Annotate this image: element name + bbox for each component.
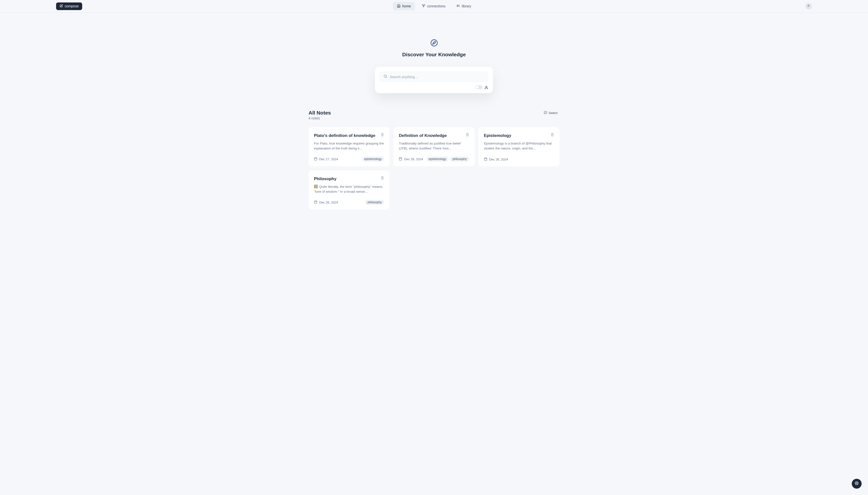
card-footer: Dec 27, 2024 epistemology <box>314 157 384 161</box>
note-excerpt: 🖼️ Quite literally, the term "philosophy… <box>314 184 384 194</box>
pencil-icon <box>60 4 63 8</box>
nav-connections-label: connections <box>427 4 445 8</box>
note-date: Dec 26, 2024 <box>314 200 338 204</box>
header-right: P <box>805 3 812 10</box>
search-input[interactable] <box>390 75 485 79</box>
note-excerpt: Epistemology is a branch of @Philosophy … <box>484 141 554 151</box>
select-label: Select <box>548 111 557 115</box>
select-button[interactable]: Select <box>542 110 559 116</box>
svg-rect-7 <box>544 111 547 114</box>
note-date-text: Dec 26, 2024 <box>404 157 423 161</box>
avatar-letter: P <box>807 4 809 8</box>
search-icon <box>383 74 387 79</box>
note-date: Dec 26, 2024 <box>399 157 423 161</box>
library-icon <box>456 4 460 8</box>
note-card[interactable]: Definition of Knowledge Traditionally de… <box>393 127 474 166</box>
nav-home-label: home <box>402 4 411 8</box>
nav-library[interactable]: library <box>453 2 475 10</box>
card-footer: Dec 26, 2024 philosophy <box>314 200 384 205</box>
tag-pill[interactable]: epistemology <box>362 157 384 161</box>
svg-point-2 <box>423 6 424 7</box>
avatar[interactable]: P <box>805 3 812 10</box>
note-tags: epistemology <box>362 157 384 161</box>
note-tags: philosophy <box>365 200 384 205</box>
life-ring-icon <box>855 481 859 486</box>
svg-line-27 <box>857 484 858 484</box>
note-title: Definition of Knowledge <box>399 133 447 138</box>
section-titles: All Notes 4 notes <box>309 110 331 120</box>
section-header: All Notes 4 notes Select <box>309 110 559 120</box>
tag-pill[interactable]: epistemology <box>426 157 449 161</box>
svg-point-5 <box>384 75 387 78</box>
note-title: Epistemology <box>484 133 511 138</box>
checkbox-icon <box>544 111 547 115</box>
svg-rect-8 <box>314 157 317 160</box>
connections-icon <box>422 4 425 8</box>
calendar-icon <box>399 157 402 161</box>
svg-line-6 <box>386 77 387 78</box>
compass-icon <box>430 39 438 47</box>
note-card[interactable]: Philosophy 🖼️ Quite literally, the term … <box>309 170 390 210</box>
section-count: 4 notes <box>309 116 331 120</box>
card-header: Plato's definition of knowledge <box>314 133 384 138</box>
trash-icon <box>381 133 384 137</box>
svg-line-29 <box>855 484 856 484</box>
svg-point-25 <box>856 482 857 484</box>
nav-connections[interactable]: connections <box>418 2 449 10</box>
calendar-icon <box>484 157 487 161</box>
tag-pill[interactable]: philosophy <box>365 200 384 205</box>
sparkle-icon <box>485 86 488 89</box>
hero: Discover Your Knowledge <box>309 13 559 93</box>
svg-rect-20 <box>314 201 317 204</box>
svg-rect-12 <box>399 157 402 160</box>
compose-label: compose <box>65 4 79 8</box>
delete-button[interactable] <box>551 133 554 137</box>
note-date: Dec 27, 2024 <box>314 157 338 161</box>
svg-point-3 <box>431 40 437 46</box>
notes-grid: Plato's definition of knowledge For Plat… <box>309 127 559 210</box>
calendar-icon <box>314 157 317 161</box>
note-date-text: Dec 26, 2024 <box>489 157 508 161</box>
card-footer: Dec 26, 2024 epistemologyphilosophy <box>399 157 469 161</box>
trash-icon <box>381 176 384 181</box>
main-nav: home connections library <box>393 2 475 10</box>
note-title: Plato's definition of knowledge <box>314 133 375 138</box>
help-fab[interactable] <box>852 479 862 489</box>
card-footer: Dec 26, 2024 <box>484 157 554 161</box>
header-left: compose <box>56 2 82 10</box>
note-title: Philosophy <box>314 176 337 182</box>
delete-button[interactable] <box>466 133 469 137</box>
search-box[interactable] <box>380 72 488 82</box>
card-header: Definition of Knowledge <box>399 133 469 138</box>
trash-icon <box>551 133 554 137</box>
note-date-text: Dec 26, 2024 <box>319 201 338 204</box>
nav-home[interactable]: home <box>393 2 415 10</box>
compose-button[interactable]: compose <box>56 2 82 10</box>
svg-marker-4 <box>433 41 436 44</box>
delete-button[interactable] <box>381 176 384 181</box>
note-card[interactable]: Epistemology Epistemology is a branch of… <box>478 127 559 166</box>
note-date: Dec 26, 2024 <box>484 157 508 161</box>
app-header: compose home connections library P <box>0 0 868 13</box>
note-excerpt: For Plato, true knowledge requires grasp… <box>314 141 384 151</box>
note-date-text: Dec 27, 2024 <box>319 157 338 161</box>
tag-pill[interactable]: philosophy <box>450 157 469 161</box>
delete-button[interactable] <box>381 133 384 137</box>
ai-toggle[interactable] <box>475 85 482 89</box>
svg-line-28 <box>857 482 858 483</box>
nav-library-label: library <box>462 4 471 8</box>
section-title: All Notes <box>309 110 331 116</box>
note-tags: epistemologyphilosophy <box>426 157 469 161</box>
card-header: Philosophy <box>314 176 384 182</box>
search-footer <box>380 85 488 89</box>
home-icon <box>397 4 400 8</box>
svg-rect-16 <box>484 158 487 161</box>
note-card[interactable]: Plato's definition of knowledge For Plat… <box>309 127 390 166</box>
hero-title: Discover Your Knowledge <box>309 52 559 57</box>
svg-line-26 <box>855 482 856 483</box>
trash-icon <box>466 133 469 137</box>
calendar-icon <box>314 200 317 204</box>
main-content: Discover Your Knowledge All Notes 4 note… <box>304 13 564 210</box>
note-excerpt: Traditionally defined as justified true … <box>399 141 469 151</box>
search-card <box>375 67 493 93</box>
